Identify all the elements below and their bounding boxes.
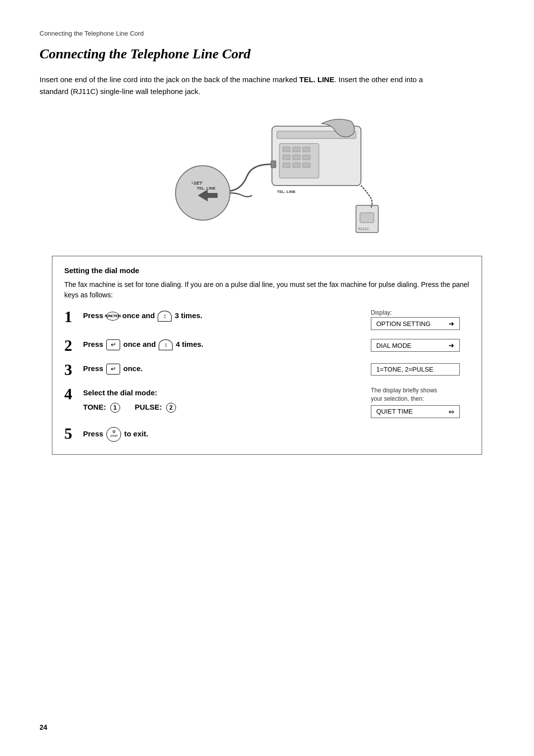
display-note-4: The display briefly showsyour selection,… [371, 386, 437, 403]
step-5-press: Press [83, 429, 103, 438]
display-text-2: DIAL MODE [376, 342, 411, 349]
step-3-row: 3 Press ↵ once. 1=TONE, 2=PULSE [64, 361, 470, 378]
step-1-content: Press FUNCTION once and ↕ 3 times. [83, 308, 361, 322]
svg-rect-19 [360, 213, 374, 223]
step-1-row: 1 Press FUNCTION once and ↕ 3 times. Dis… [64, 308, 470, 330]
step-2-row: 2 Press ↵ once and ↕ 4 times. DIAL MODE … [64, 337, 470, 354]
diagram-area: TEL. LINE └SET TEL. LINE RJ11C [40, 111, 494, 240]
arrow-btn-icon-3: ↵ [106, 364, 120, 375]
step-3-display: 1=TONE, 2=PULSE [361, 361, 470, 376]
svg-text:└SET: └SET [190, 180, 203, 186]
step-2-times: 4 times. [176, 340, 203, 348]
breadcrumb: Connecting the Telephone Line Cord [40, 30, 494, 37]
step-2-once-and: once and [123, 340, 158, 348]
step-1-times: 3 times. [175, 311, 202, 320]
pulse-label: PULSE: 2 [135, 402, 176, 413]
display-label-1: Display: [371, 309, 392, 316]
step-5-row: 5 Press ⊙ STOP to exit. [64, 425, 470, 442]
display-arrow-4: ⇔ [448, 408, 454, 416]
step-3-once: once. [123, 364, 142, 373]
stop-icon: ⊙ STOP [106, 427, 121, 442]
step-1-number: 1 [64, 308, 83, 326]
intro-text: Insert one end of the line cord into the… [40, 74, 445, 97]
step-4-select: Select the dial mode: [83, 388, 157, 397]
step-5-content: Press ⊙ STOP to exit. [83, 425, 470, 442]
svg-text:TEL. LINE: TEL. LINE [277, 189, 296, 194]
page-number: 24 [40, 723, 47, 731]
svg-rect-7 [293, 155, 300, 160]
step-1-display: Display: OPTION SETTING ➜ [361, 308, 470, 330]
display-arrow-2: ➜ [448, 341, 454, 349]
display-box-3: 1=TONE, 2=PULSE [371, 363, 460, 376]
step-3-press: Press [83, 364, 103, 373]
svg-rect-8 [303, 155, 310, 160]
step-3-content: Press ↵ once. [83, 361, 361, 375]
tone-circle: 1 [110, 403, 120, 413]
svg-rect-5 [303, 147, 310, 152]
svg-rect-10 [293, 163, 300, 168]
svg-rect-6 [283, 155, 290, 160]
step-5-exit: to exit. [124, 429, 148, 438]
step-4-display: The display briefly showsyour selection,… [361, 385, 470, 418]
page: Connecting the Telephone Line Cord Conne… [0, 0, 534, 756]
display-box-4: QUIET TIME ⇔ [371, 405, 460, 418]
display-box-1: OPTION SETTING ➜ [371, 317, 460, 330]
pulse-circle: 2 [166, 403, 176, 413]
up-down-icon-1: ↕ [158, 311, 172, 322]
step-3-number: 3 [64, 361, 83, 378]
step-2-press: Press [83, 340, 103, 348]
display-text-4: QUIET TIME [376, 408, 413, 415]
svg-rect-13 [271, 161, 276, 168]
display-arrow-1: ➜ [448, 320, 454, 328]
tone-label: TONE: 1 [83, 402, 120, 413]
display-text-1: OPTION SETTING [376, 320, 431, 328]
svg-rect-3 [283, 147, 290, 152]
step-2-number: 2 [64, 337, 83, 354]
svg-rect-4 [293, 147, 300, 152]
box-intro-text: The fax machine is set for tone dialing.… [64, 280, 470, 300]
svg-text:TEL. LINE: TEL. LINE [197, 186, 216, 190]
connection-diagram: TEL. LINE └SET TEL. LINE RJ11C [143, 111, 391, 240]
tone-pulse-row: TONE: 1 PULSE: 2 [83, 402, 361, 413]
instruction-box: Setting the dial mode The fax machine is… [52, 256, 482, 455]
step-4-row: 4 Select the dial mode: TONE: 1 PULSE: 2… [64, 385, 470, 418]
step-1-press: Press [83, 311, 103, 320]
page-title: Connecting the Telephone Line Cord [40, 46, 494, 62]
display-box-2: DIAL MODE ➜ [371, 339, 460, 352]
svg-text:RJ11C: RJ11C [358, 227, 369, 231]
step-4-content: Select the dial mode: TONE: 1 PULSE: 2 [83, 385, 361, 413]
arrow-btn-icon-2: ↵ [106, 339, 120, 350]
svg-rect-9 [283, 163, 290, 168]
step-2-display: DIAL MODE ➜ [361, 337, 470, 352]
box-section-title: Setting the dial mode [64, 266, 470, 275]
function-icon: FUNCTION [106, 312, 119, 321]
step-4-number: 4 [64, 385, 83, 403]
up-down-icon-2: ↕ [159, 339, 173, 350]
display-text-3: 1=TONE, 2=PULSE [376, 366, 433, 373]
svg-rect-11 [303, 163, 310, 168]
step-2-content: Press ↵ once and ↕ 4 times. [83, 337, 361, 350]
step-5-number: 5 [64, 425, 83, 442]
step-1-once-and: once and [122, 311, 157, 320]
